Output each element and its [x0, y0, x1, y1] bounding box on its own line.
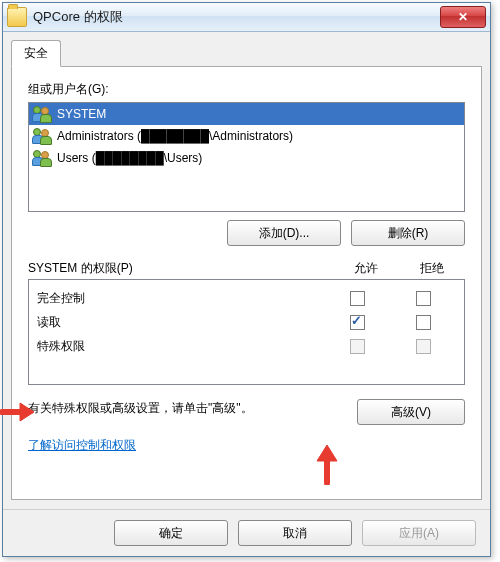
users-group-icon — [33, 150, 51, 166]
deny-checkbox[interactable] — [416, 291, 431, 306]
permission-row: 完全控制 — [37, 286, 456, 310]
dialog-button-row: 确定 取消 应用(A) — [3, 509, 490, 556]
deny-checkbox — [416, 339, 431, 354]
tab-security[interactable]: 安全 — [11, 40, 61, 67]
help-link[interactable]: 了解访问控制和权限 — [28, 437, 465, 454]
list-item[interactable]: SYSTEM — [29, 103, 464, 125]
permission-name: 完全控制 — [37, 290, 324, 307]
permission-name: 读取 — [37, 314, 324, 331]
groups-button-row: 添加(D)... 删除(R) — [28, 220, 465, 246]
permissions-header: SYSTEM 的权限(P) 允许 拒绝 — [28, 260, 465, 277]
allow-checkbox[interactable] — [350, 291, 365, 306]
advanced-row: 有关特殊权限或高级设置，请单击"高级"。 高级(V) — [28, 399, 465, 425]
permission-row: 读取 — [37, 310, 456, 334]
permission-name: 特殊权限 — [37, 338, 324, 355]
deny-checkbox[interactable] — [416, 315, 431, 330]
advanced-button[interactable]: 高级(V) — [357, 399, 465, 425]
tabstrip: 安全 — [3, 32, 490, 67]
close-button[interactable]: ✕ — [440, 6, 486, 28]
cancel-button[interactable]: 取消 — [238, 520, 352, 546]
column-allow: 允许 — [333, 260, 399, 277]
list-item-label: Users (████████\Users) — [57, 151, 202, 165]
list-item-label: Administrators (████████\Administrators) — [57, 129, 293, 143]
allow-checkbox[interactable] — [350, 315, 365, 330]
allow-checkbox — [350, 339, 365, 354]
list-item[interactable]: Users (████████\Users) — [29, 147, 464, 169]
advanced-text: 有关特殊权限或高级设置，请单击"高级"。 — [28, 399, 345, 417]
window-title: QPCore 的权限 — [33, 8, 440, 26]
apply-button: 应用(A) — [362, 520, 476, 546]
permissions-header-label: SYSTEM 的权限(P) — [28, 260, 333, 277]
add-button[interactable]: 添加(D)... — [227, 220, 341, 246]
tab-panel-security: 组或用户名(G): SYSTEM Administrators (███████… — [11, 66, 482, 500]
close-icon: ✕ — [458, 10, 468, 24]
groups-listbox[interactable]: SYSTEM Administrators (████████\Administ… — [28, 102, 465, 212]
remove-button[interactable]: 删除(R) — [351, 220, 465, 246]
permission-row: 特殊权限 — [37, 334, 456, 358]
users-group-icon — [33, 128, 51, 144]
users-group-icon — [33, 106, 51, 122]
list-item[interactable]: Administrators (████████\Administrators) — [29, 125, 464, 147]
list-item-label: SYSTEM — [57, 107, 106, 121]
dialog-window: QPCore 的权限 ✕ 安全 组或用户名(G): SYSTEM Admin — [2, 2, 491, 557]
folder-icon — [7, 7, 27, 27]
titlebar: QPCore 的权限 ✕ — [3, 3, 490, 32]
ok-button[interactable]: 确定 — [114, 520, 228, 546]
permissions-listbox: 完全控制 读取 特殊权限 — [28, 279, 465, 385]
groups-label: 组或用户名(G): — [28, 81, 465, 98]
column-deny: 拒绝 — [399, 260, 465, 277]
